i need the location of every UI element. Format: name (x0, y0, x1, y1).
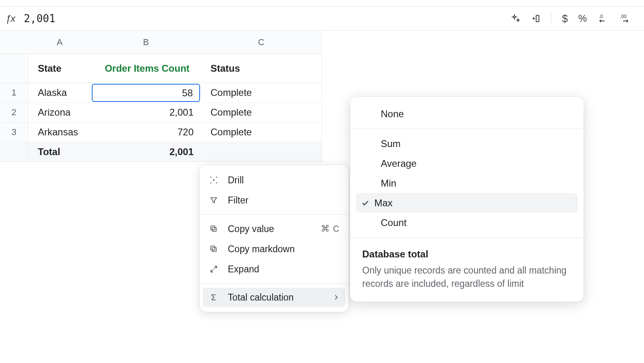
decrease-decimal-icon[interactable]: .0 (597, 14, 609, 23)
menu-item-copy-value[interactable]: Copy value ⌘ C (200, 219, 349, 239)
submenu-label: Max (374, 197, 392, 209)
menu-shortcut: ⌘ C (321, 224, 340, 234)
data-grid: A B C State Order Items Count Status 1 A… (0, 31, 323, 162)
cell-c1[interactable]: Complete (201, 83, 322, 103)
svg-rect-0 (536, 15, 539, 22)
menu-item-filter[interactable]: Filter (200, 190, 349, 210)
submenu-item-count[interactable]: Count (350, 213, 584, 232)
cell-b1-selected[interactable]: 58 (92, 84, 200, 102)
svg-text:.00: .00 (620, 14, 627, 19)
submenu-item-sum[interactable]: Sum (350, 134, 584, 153)
menu-label: Copy markdown (228, 244, 340, 255)
submenu-label: Min (362, 178, 396, 189)
format-toolbar: $ % .0 .00 (511, 12, 638, 25)
menu-separator (200, 214, 349, 215)
submenu-item-min[interactable]: Min (350, 173, 584, 193)
header-status[interactable]: Status (201, 54, 322, 83)
submenu-separator (350, 237, 584, 238)
formula-value: 2,001 (24, 12, 55, 25)
svg-rect-6 (212, 247, 216, 251)
sigma-icon (208, 293, 219, 302)
submenu-item-max[interactable]: Max (356, 193, 578, 213)
expand-icon (208, 265, 219, 274)
submenu-item-none[interactable]: None (350, 104, 584, 124)
chevron-right-icon (332, 294, 340, 301)
row-number-total (0, 142, 28, 162)
menu-item-total-calculation[interactable]: Total calculation (203, 288, 345, 307)
menu-label: Expand (228, 264, 340, 275)
submenu-info-title: Database total (362, 247, 572, 261)
copy-icon (208, 224, 219, 233)
cell-b2[interactable]: 2,001 (91, 103, 201, 122)
cell-b3[interactable]: 720 (91, 122, 201, 142)
cell-context-menu: Drill Filter Copy value ⌘ C Copy markdow… (200, 165, 349, 312)
svg-rect-5 (211, 226, 215, 230)
total-count[interactable]: 2,001 (91, 142, 201, 162)
filter-icon (208, 196, 219, 205)
header-state[interactable]: State (28, 54, 91, 83)
sparkle-ai-icon[interactable] (511, 14, 520, 23)
cell-c3[interactable]: Complete (201, 122, 322, 142)
cell-c2[interactable]: Complete (201, 103, 322, 122)
menu-label: Total calculation (228, 292, 324, 303)
submenu-label: Sum (362, 138, 400, 149)
submenu-separator (350, 129, 584, 129)
submenu-item-average[interactable]: Average (350, 153, 584, 173)
row-header-blank (0, 54, 28, 83)
copy-icon (208, 245, 219, 253)
formula-toolbar: ƒx 2,001 $ % .0 .00 (0, 6, 644, 31)
total-status (201, 142, 322, 162)
increase-decimal-icon[interactable]: .00 (619, 14, 632, 23)
insert-column-icon[interactable] (531, 14, 541, 23)
cell-a3[interactable]: Arkansas (28, 122, 91, 142)
total-calculation-submenu: None Sum Average Min Max Count Database … (350, 97, 584, 302)
menu-item-drill[interactable]: Drill (200, 170, 349, 190)
total-label[interactable]: Total (28, 142, 91, 162)
svg-rect-7 (211, 246, 215, 250)
col-header-b[interactable]: B (91, 31, 201, 54)
row-number-1[interactable]: 1 (0, 83, 28, 103)
submenu-label: Average (362, 158, 417, 169)
menu-label: Copy value (228, 224, 312, 234)
submenu-info-desc: Only unique records are counted and all … (362, 264, 572, 291)
menu-separator (200, 283, 349, 284)
col-header-a[interactable]: A (28, 31, 91, 54)
svg-point-3 (213, 179, 215, 181)
menu-label: Filter (228, 195, 340, 206)
header-count[interactable]: Order Items Count (91, 54, 201, 83)
check-icon (356, 199, 374, 207)
cell-a2[interactable]: Arizona (28, 103, 91, 122)
menu-label: Drill (228, 175, 340, 186)
svg-text:.0: .0 (599, 14, 603, 19)
svg-rect-4 (212, 227, 216, 231)
menu-item-copy-markdown[interactable]: Copy markdown (200, 239, 349, 259)
corner-cell (0, 31, 28, 54)
submenu-label: None (362, 108, 404, 120)
col-header-c[interactable]: C (201, 31, 322, 54)
currency-format-icon[interactable]: $ (562, 12, 568, 25)
cell-a1[interactable]: Alaska (28, 83, 91, 103)
percent-format-icon[interactable]: % (578, 13, 587, 24)
target-icon (208, 176, 219, 185)
submenu-label: Count (362, 217, 407, 228)
formula-bar[interactable]: ƒx 2,001 (6, 12, 56, 25)
submenu-info: Database total Only unique records are c… (350, 243, 584, 290)
row-number-2[interactable]: 2 (0, 103, 28, 122)
row-number-3[interactable]: 3 (0, 122, 28, 142)
menu-item-expand[interactable]: Expand (200, 259, 349, 279)
toolbar-separator (551, 13, 551, 24)
fx-icon: ƒx (6, 13, 15, 24)
